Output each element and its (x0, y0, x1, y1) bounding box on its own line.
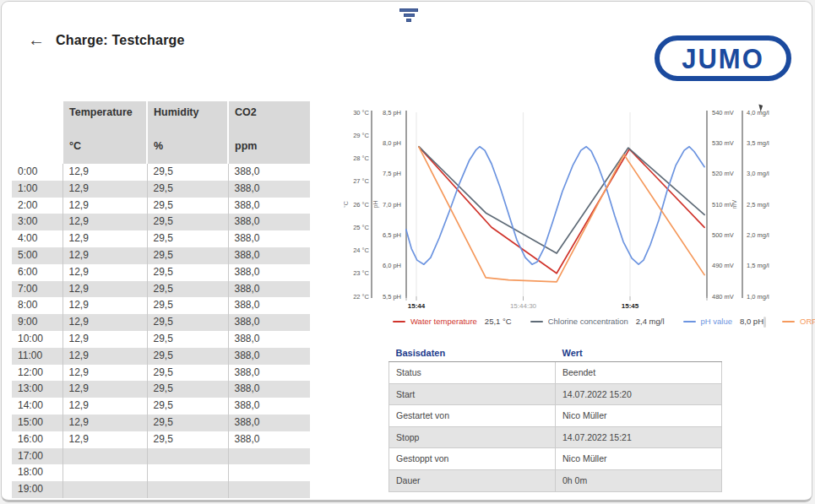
row-value: 29,5 (147, 230, 228, 247)
sensor-table-row[interactable]: 9:0012,929,5388,0 (12, 314, 310, 331)
sensor-table-row[interactable]: 1:0012,929,5388,0 (12, 181, 310, 198)
x-tick-label: 15:45 (622, 302, 639, 310)
row-value: 29,5 (147, 348, 228, 365)
basisdaten-label: Stopp (389, 426, 556, 448)
row-value: 388,0 (228, 398, 310, 415)
row-value (62, 481, 147, 498)
back-arrow-icon[interactable]: ← (25, 30, 47, 51)
row-value: 12,9 (62, 314, 147, 331)
sensor-column-header: CO2ppm (228, 101, 310, 164)
row-value: 29,5 (147, 314, 228, 331)
sensor-table-row[interactable]: 12:0012,929,5388,0 (12, 365, 310, 382)
row-value: 388,0 (228, 415, 310, 431)
row-value: 388,0 (228, 431, 310, 448)
sensor-table-row[interactable]: 3:0012,929,5388,0 (12, 214, 310, 230)
basisdaten-body: StatusBeendetStart14.07.2022 15:20Gestar… (389, 362, 722, 492)
basisdaten-value: 0h 0m (556, 469, 722, 491)
basisdaten-value: Nico Müller (556, 405, 722, 427)
row-value: 29,5 (147, 264, 228, 281)
row-time: 13:00 (12, 381, 62, 398)
row-time: 2:00 (12, 198, 62, 214)
basisdaten-header-label: Basisdaten (389, 346, 556, 362)
row-value: 29,5 (147, 281, 228, 298)
sensor-table-row[interactable]: 16:0012,929,5388,0 (12, 431, 310, 448)
axis-tick-label: 22 °C (353, 293, 369, 301)
sensor-table-row[interactable]: 4:0012,929,5388,0 (12, 230, 310, 247)
sensor-table-row[interactable]: 7:0012,929,5388,0 (12, 281, 310, 298)
basisdaten-row: Dauer0h 0m (389, 469, 722, 491)
legend-line-swatch (782, 321, 795, 322)
basisdaten-row: Start14.07.2022 15:20 (389, 383, 722, 405)
row-time: 1:00 (12, 181, 62, 198)
jumo-logo-text: JUMO (682, 45, 764, 73)
row-time: 19:00 (12, 481, 62, 498)
sensor-table-row[interactable]: 2:0012,929,5388,0 (12, 198, 310, 214)
axis-unit-label: mV (731, 199, 737, 209)
series-line-ph (406, 147, 704, 265)
legend-series-value: 25,1 °C (485, 317, 512, 326)
sensor-table-row[interactable]: 5:0012,929,5388,0 (12, 247, 310, 264)
sensor-table-row[interactable]: 8:0012,929,5388,0 (12, 297, 310, 314)
row-time: 4:00 (12, 230, 62, 247)
row-value: 29,5 (147, 398, 228, 415)
row-time: 17:00 (12, 448, 62, 465)
legend-item[interactable]: ORP value486,5 mV (782, 317, 815, 326)
row-value: 12,9 (62, 431, 147, 448)
row-time: 0:00 (12, 164, 62, 181)
basisdaten-header-value: Wert (556, 346, 722, 362)
series-line-cl (419, 147, 704, 253)
sensor-table-row[interactable]: 0:0012,929,5388,0 (12, 164, 310, 181)
sensor-table-row[interactable]: 6:0012,929,5388,0 (12, 264, 310, 281)
axis-tick-label: 2,5 mg/l (747, 201, 769, 209)
row-time: 12:00 (12, 365, 62, 382)
sensor-table-row[interactable]: 11:0012,929,5388,0 (12, 348, 310, 365)
axis-tick-label: 2,0 mg/l (747, 231, 769, 239)
basisdaten-row: Stopp14.07.2022 15:21 (389, 426, 722, 448)
column-label: Humidity (154, 106, 227, 118)
row-value: 12,9 (62, 181, 147, 198)
axis-tick-label: 5,5 pH (383, 293, 401, 301)
row-value: 29,5 (147, 381, 228, 398)
row-value: 12,9 (62, 297, 147, 314)
axis-tick-label: 1,0 mg/l (747, 293, 769, 301)
sensor-table-row[interactable]: 10:0012,929,5388,0 (12, 331, 310, 348)
charge-detail-card: ← Charge: Testcharge JUMO Temperature°CH… (1, 1, 812, 502)
legend-scrollbar[interactable] (763, 317, 766, 328)
legend-item[interactable]: pH value8,0 pH (683, 317, 764, 326)
row-time: 15:00 (12, 415, 62, 431)
axis-unit-label: pH (372, 201, 379, 209)
y-axis-cl: 4,0 mg/l3,5 mg/l3,0 mg/l2,5 mg/l2,0 mg/l… (742, 109, 769, 301)
basisdaten-label: Gestartet von (389, 405, 556, 427)
basisdaten-value: Beendet (556, 362, 722, 384)
row-value (62, 464, 147, 481)
filter-icon-bar (406, 19, 411, 22)
axis-tick-label: 25 °C (353, 224, 369, 231)
filter-icon[interactable] (399, 8, 418, 22)
sensor-table-row[interactable]: 19:00 (12, 481, 310, 498)
row-value: 29,5 (147, 431, 228, 448)
legend-item[interactable]: Water temperature25,1 °C (393, 317, 512, 326)
sensor-table-row[interactable]: 13:0012,929,5388,0 (12, 381, 310, 398)
legend-item[interactable]: Chlorine concentration2,4 mg/l (530, 317, 665, 326)
row-value: 388,0 (228, 247, 310, 264)
row-value: 12,9 (62, 415, 147, 431)
row-value (147, 448, 228, 465)
row-value: 388,0 (228, 164, 310, 181)
row-time: 5:00 (12, 247, 62, 264)
axis-tick-label: 8,0 pH (383, 139, 401, 147)
sensor-table-row[interactable]: 14:0012,929,5388,0 (12, 398, 310, 415)
axis-tick-label: 520 mV (712, 170, 734, 177)
row-time: 8:00 (12, 297, 62, 314)
row-value: 388,0 (228, 181, 310, 198)
sensor-table-corner-cell (12, 101, 62, 164)
row-value (228, 464, 310, 481)
legend-series-name: Water temperature (410, 317, 477, 326)
legend-series-name: pH value (701, 317, 733, 326)
row-value: 388,0 (228, 230, 310, 247)
sensor-table-row[interactable]: 17:00 (12, 448, 310, 465)
sensor-table-row[interactable]: 18:00 (12, 464, 310, 481)
axis-tick-label: 1,5 mg/l (747, 262, 769, 269)
filter-icon-bar (399, 8, 418, 12)
basisdaten-value: Nico Müller (556, 448, 722, 470)
sensor-table-row[interactable]: 15:0012,929,5388,0 (12, 415, 310, 431)
